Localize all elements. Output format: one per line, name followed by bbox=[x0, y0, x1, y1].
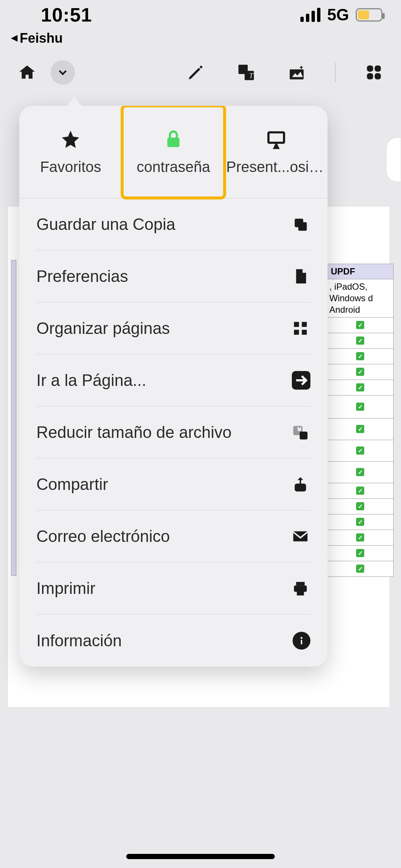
check-icon bbox=[356, 487, 364, 495]
document-left-column bbox=[11, 260, 16, 576]
svg-rect-5 bbox=[367, 65, 373, 72]
menu-list: Guardar una Copia Preferencias Organizar… bbox=[19, 199, 327, 667]
menu-organize[interactable]: Organizar páginas bbox=[36, 303, 310, 355]
star-icon bbox=[60, 129, 81, 150]
top-toolbar: T bbox=[0, 52, 401, 93]
popup-pointer bbox=[66, 97, 82, 107]
tab-password-label: contraseña bbox=[137, 159, 210, 175]
tab-slideshow-label: Present...ositivas bbox=[226, 159, 326, 175]
battery-icon bbox=[356, 8, 382, 22]
svg-rect-9 bbox=[167, 137, 180, 147]
check-icon bbox=[356, 549, 364, 557]
status-right: 5G bbox=[300, 6, 382, 24]
tab-password[interactable]: contraseña bbox=[122, 106, 225, 198]
info-icon bbox=[293, 632, 310, 650]
printer-icon bbox=[290, 578, 310, 598]
menu-organize-label: Organizar páginas bbox=[36, 319, 170, 338]
check-icon bbox=[356, 337, 364, 345]
lock-icon bbox=[163, 129, 184, 150]
check-icon bbox=[356, 565, 364, 573]
svg-rect-15 bbox=[302, 322, 307, 327]
signal-icon bbox=[300, 8, 320, 22]
check-icon bbox=[356, 425, 364, 433]
menu-reduce-label: Reducir tamaño de archivo bbox=[36, 423, 232, 442]
svg-rect-8 bbox=[375, 73, 381, 79]
svg-marker-11 bbox=[274, 144, 278, 148]
compress-icon bbox=[290, 422, 310, 442]
svg-rect-7 bbox=[367, 73, 373, 79]
check-icon bbox=[356, 352, 364, 360]
mail-icon bbox=[290, 526, 310, 546]
menu-print-label: Imprimir bbox=[36, 579, 95, 598]
check-icon bbox=[356, 321, 364, 329]
grid-icon bbox=[290, 318, 310, 338]
popup-tabs: Favoritos contraseña Present...ositivas bbox=[19, 106, 327, 199]
check-icon bbox=[356, 383, 364, 391]
svg-rect-16 bbox=[294, 330, 299, 335]
document-visible-column: UPDF , iPadOS, Windows d Android bbox=[327, 264, 394, 577]
insert-image-icon[interactable] bbox=[284, 60, 309, 85]
document-icon bbox=[290, 266, 310, 286]
menu-info-label: Información bbox=[36, 631, 122, 650]
toolbar-divider bbox=[335, 63, 336, 82]
menu-email[interactable]: Correo electrónico bbox=[36, 511, 310, 563]
text-image-icon[interactable]: T bbox=[234, 60, 258, 85]
apps-grid-icon[interactable] bbox=[362, 60, 386, 85]
presentation-icon bbox=[266, 129, 287, 150]
svg-rect-13 bbox=[298, 222, 307, 231]
svg-rect-22 bbox=[293, 531, 307, 542]
network-label: 5G bbox=[327, 6, 349, 24]
highlighter-icon[interactable] bbox=[183, 60, 208, 85]
svg-rect-25 bbox=[297, 591, 304, 595]
menu-reduce-size[interactable]: Reducir tamaño de archivo bbox=[36, 407, 310, 459]
menu-goto-label: Ir a la Página... bbox=[36, 371, 146, 390]
tab-favorites[interactable]: Favoritos bbox=[19, 106, 122, 198]
home-button[interactable] bbox=[15, 60, 39, 85]
menu-share-label: Compartir bbox=[36, 475, 108, 494]
menu-preferences[interactable]: Preferencias bbox=[36, 251, 310, 303]
svg-rect-23 bbox=[296, 582, 305, 586]
check-icon bbox=[356, 533, 364, 542]
svg-rect-17 bbox=[302, 330, 307, 335]
check-icon bbox=[356, 468, 364, 476]
check-icon bbox=[356, 368, 364, 376]
svg-rect-14 bbox=[294, 322, 299, 327]
check-icon bbox=[356, 518, 364, 526]
arrow-right-icon bbox=[292, 371, 310, 390]
menu-preferences-label: Preferencias bbox=[36, 267, 128, 286]
status-time: 10:51 bbox=[41, 4, 92, 26]
menu-save-copy-label: Guardar una Copia bbox=[36, 215, 175, 234]
svg-rect-20 bbox=[300, 432, 307, 439]
svg-point-26 bbox=[301, 637, 303, 639]
tab-slideshow[interactable]: Present...ositivas bbox=[225, 106, 327, 198]
side-floating-tab[interactable] bbox=[386, 137, 401, 182]
menu-print[interactable]: Imprimir bbox=[36, 563, 310, 615]
menu-share[interactable]: Compartir bbox=[36, 459, 310, 511]
dropdown-menu-button[interactable] bbox=[50, 60, 75, 85]
doc-subheader-cell: , iPadOS, Windows d Android bbox=[327, 279, 394, 318]
doc-header-cell: UPDF bbox=[327, 264, 394, 279]
svg-rect-10 bbox=[268, 132, 284, 143]
back-to-app[interactable]: Feishu bbox=[11, 30, 63, 46]
svg-text:T: T bbox=[249, 72, 254, 79]
svg-rect-6 bbox=[375, 65, 381, 72]
share-icon bbox=[290, 474, 310, 494]
check-icon bbox=[356, 502, 364, 510]
svg-rect-21 bbox=[295, 484, 306, 491]
menu-save-copy[interactable]: Guardar una Copia bbox=[36, 199, 310, 251]
check-icon bbox=[356, 446, 364, 455]
check-icon bbox=[356, 403, 364, 411]
dropdown-popup: Favoritos contraseña Present...ositivas … bbox=[19, 106, 327, 667]
home-indicator[interactable] bbox=[126, 854, 275, 859]
menu-email-label: Correo electrónico bbox=[36, 527, 170, 546]
svg-rect-27 bbox=[301, 640, 302, 645]
menu-goto-page[interactable]: Ir a la Página... bbox=[36, 355, 310, 407]
menu-info[interactable]: Información bbox=[36, 615, 310, 667]
copy-icon bbox=[290, 214, 310, 234]
status-bar: 10:51 5G bbox=[0, 0, 401, 30]
tab-favorites-label: Favoritos bbox=[40, 159, 101, 175]
